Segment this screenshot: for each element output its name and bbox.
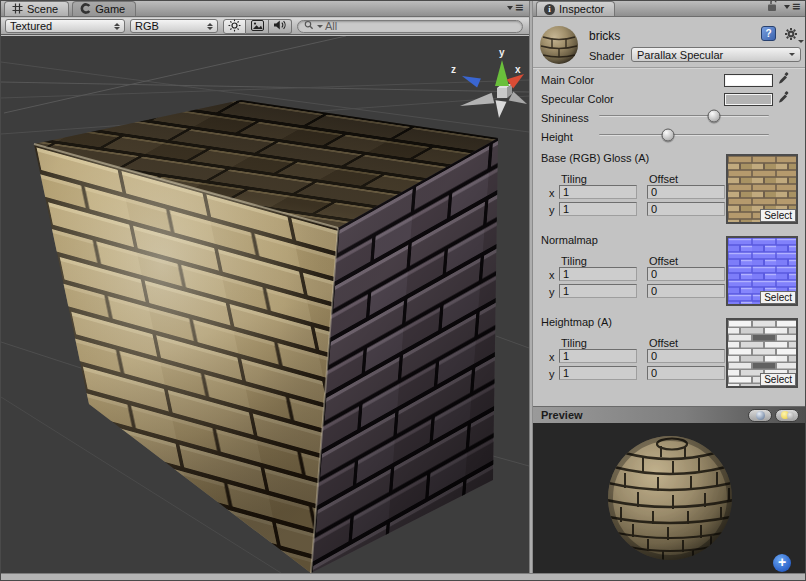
slider-track: [599, 115, 769, 117]
tab-scene-label: Scene: [27, 3, 58, 15]
lighting-toggle-button[interactable]: [223, 19, 246, 34]
offset-x-field[interactable]: [647, 349, 725, 363]
x-row-label: x: [549, 351, 555, 363]
sphere-icon: [756, 411, 765, 420]
menu-icon: ≡: [515, 3, 524, 13]
y-row-label: y: [549, 286, 555, 298]
image-icon: [251, 20, 264, 33]
specular-color-label: Specular Color: [541, 93, 614, 105]
scene-pane: Scene Game ≡ Textured RGB: [1, 1, 529, 573]
tab-scene[interactable]: Scene: [4, 1, 69, 16]
tab-inspector[interactable]: i Inspector: [536, 1, 615, 16]
lock-icon[interactable]: [766, 0, 778, 14]
preview-mesh-button[interactable]: [748, 409, 772, 422]
main-color-label: Main Color: [541, 74, 594, 86]
select-normalmap-button[interactable]: Select: [760, 291, 796, 304]
preview-lighting-button[interactable]: [775, 409, 799, 422]
gizmo-y-label: y: [499, 47, 505, 58]
material-preview-thumbnail: [539, 25, 579, 67]
unity-editor-window: Scene Game ≡ Textured RGB: [0, 0, 806, 581]
x-row-label: x: [549, 269, 555, 281]
offset-y-field[interactable]: [647, 284, 725, 298]
scene-3d-render: y x z: [1, 36, 529, 573]
skybox-toggle-button[interactable]: [246, 19, 269, 34]
inspector-pane-menu-button[interactable]: ≡: [784, 2, 805, 12]
tiling-x-field[interactable]: [559, 267, 637, 281]
scene-pane-menu-button[interactable]: ≡: [507, 3, 529, 16]
y-row-label: y: [549, 204, 555, 216]
scene-search-input[interactable]: All: [297, 20, 523, 33]
select-base-texture-button[interactable]: Select: [760, 209, 796, 222]
gear-icon: [784, 27, 798, 43]
help-icon[interactable]: ?: [761, 26, 776, 41]
chevron-down-icon: [789, 53, 795, 56]
tiling-x-field[interactable]: [559, 185, 637, 199]
gizmo-x-label: x: [515, 64, 521, 75]
preview-header: Preview: [533, 406, 806, 423]
height-slider-knob[interactable]: [662, 129, 675, 142]
normalmap-texture-thumbnail[interactable]: Select: [726, 236, 798, 306]
height-slider[interactable]: [597, 127, 771, 143]
x-row-label: x: [549, 187, 555, 199]
gizmo-z-label: z: [451, 64, 456, 75]
offset-y-field[interactable]: [647, 366, 725, 380]
menu-icon: ≡: [792, 2, 801, 12]
chevron-down-icon: [798, 40, 804, 43]
tab-inspector-label: Inspector: [559, 3, 604, 15]
chevron-down-icon: [784, 5, 790, 9]
grid-icon: [12, 3, 23, 16]
search-filter-label: All: [325, 20, 337, 32]
shader-dropdown[interactable]: Parallax Specular: [631, 47, 801, 62]
base-texture-thumbnail[interactable]: Select: [726, 154, 798, 224]
unity-logo-icon: [80, 3, 91, 16]
search-filter-chevron-icon[interactable]: [317, 25, 323, 28]
offset-x-field[interactable]: [647, 267, 725, 281]
tiling-y-field[interactable]: [559, 202, 637, 216]
info-icon: i: [544, 4, 555, 15]
render-mode-dropdown[interactable]: Textured: [5, 19, 125, 33]
scene-view-toggles: [223, 19, 292, 34]
specular-color-swatch[interactable]: [724, 93, 773, 106]
inspector-body: bricks Shader Parallax Specular ? Main C…: [533, 18, 806, 406]
window-resize-strip[interactable]: [1, 573, 806, 581]
light-off-icon: [787, 412, 794, 419]
shader-label: Shader: [589, 50, 624, 62]
gear-menu-button[interactable]: [784, 27, 804, 43]
scene-viewport[interactable]: y x z: [1, 36, 529, 573]
offset-x-field[interactable]: [647, 185, 725, 199]
color-mode-value: RGB: [135, 20, 159, 32]
color-mode-dropdown[interactable]: RGB: [130, 19, 218, 33]
section-title: Base (RGB) Gloss (A): [541, 152, 649, 164]
height-label: Height: [541, 131, 573, 143]
material-preview-sphere: [533, 423, 806, 573]
shininess-slider[interactable]: [597, 108, 771, 124]
eyedropper-icon[interactable]: [777, 90, 791, 106]
main-color-swatch[interactable]: [724, 74, 773, 87]
tiling-header: Tiling: [561, 255, 587, 267]
sun-icon: [228, 19, 241, 34]
offset-header: Offset: [649, 255, 678, 267]
select-heightmap-button[interactable]: Select: [760, 373, 796, 386]
tiling-y-field[interactable]: [559, 284, 637, 298]
offset-header: Offset: [649, 173, 678, 185]
render-mode-value: Textured: [10, 20, 52, 32]
tiling-header: Tiling: [561, 173, 587, 185]
search-icon: [304, 20, 315, 32]
tiling-x-field[interactable]: [559, 349, 637, 363]
brick-cube: [34, 100, 498, 573]
speaker-icon: [273, 19, 287, 33]
tab-game[interactable]: Game: [72, 1, 136, 16]
material-name: bricks: [589, 29, 620, 43]
audio-toggle-button[interactable]: [269, 19, 292, 34]
eyedropper-icon[interactable]: [777, 71, 791, 87]
shininess-label: Shininess: [541, 112, 589, 124]
tiling-y-field[interactable]: [559, 366, 637, 380]
gizmo-y-axis-cone[interactable]: [495, 60, 509, 86]
texture-section-normalmap: Normalmap Tiling Offset x y: [533, 234, 806, 316]
inspector-tabstrip: i Inspector ≡: [533, 1, 806, 17]
heightmap-texture-thumbnail[interactable]: Select: [726, 318, 798, 388]
shininess-slider-knob[interactable]: [707, 110, 720, 123]
preview-area[interactable]: +: [533, 423, 806, 573]
offset-y-field[interactable]: [647, 202, 725, 216]
add-button[interactable]: +: [773, 554, 791, 572]
